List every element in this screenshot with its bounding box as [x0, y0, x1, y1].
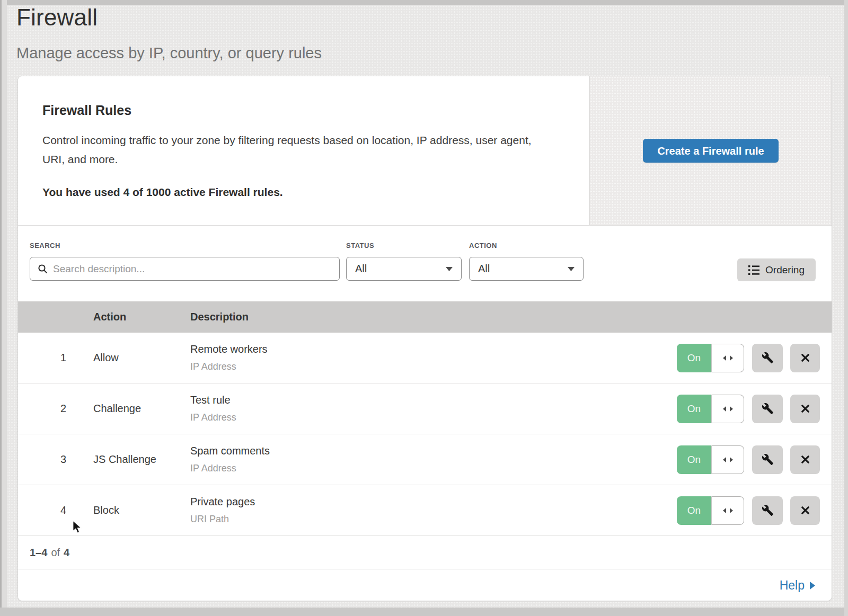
rule-controls: On: [677, 344, 820, 372]
reorder-handle[interactable]: [711, 445, 744, 474]
pagination-of: of: [51, 547, 60, 559]
delete-rule-button[interactable]: [790, 496, 820, 525]
rule-description: Private pages: [190, 496, 677, 508]
rule-priority: 1: [30, 352, 75, 364]
rule-priority: 3: [30, 453, 75, 466]
create-rule-panel: Create a Firewall rule: [589, 76, 832, 225]
rules-card-description: Control incoming traffic to your zone by…: [42, 131, 546, 169]
search-label: SEARCH: [30, 242, 340, 249]
rule-toggle[interactable]: On: [677, 395, 744, 423]
ordered-list-icon: [748, 265, 759, 275]
action-select[interactable]: All: [469, 257, 584, 281]
description-column-header: Description: [175, 311, 677, 323]
table-row: 2 Challenge Test rule IP Address On: [18, 383, 832, 434]
search-icon: [38, 264, 48, 274]
firewall-page: { "page_header": { "title": "Firewall", …: [0, 0, 848, 616]
status-select[interactable]: All: [346, 257, 462, 281]
toggle-on-state[interactable]: On: [677, 395, 711, 423]
reorder-handle[interactable]: [711, 496, 744, 525]
wrench-icon: [762, 352, 774, 364]
rule-description: Spam comments: [190, 445, 677, 457]
rule-match-field: IP Address: [190, 463, 677, 474]
rule-controls: On: [677, 445, 820, 474]
rule-priority: 4: [30, 504, 75, 516]
edit-rule-button[interactable]: [752, 395, 783, 423]
close-icon: [800, 454, 810, 465]
action-filter-group: ACTION All: [469, 242, 584, 281]
rule-description-cell: Spam comments IP Address: [175, 445, 677, 474]
reorder-handle[interactable]: [711, 344, 744, 372]
search-input-box[interactable]: [30, 257, 340, 281]
rule-description-cell: Private pages URI Path: [175, 496, 677, 525]
pagination-bar: 1–4 of 4: [18, 536, 832, 569]
delete-rule-button[interactable]: [790, 395, 820, 423]
pagination-total: 4: [64, 547, 69, 559]
toggle-on-state[interactable]: On: [677, 344, 711, 372]
wrench-icon: [762, 403, 774, 415]
rule-match-field: URI Path: [190, 514, 677, 525]
reorder-arrows-icon: [722, 406, 734, 412]
rule-description: Test rule: [190, 394, 677, 406]
rule-controls: On: [677, 496, 820, 525]
rule-description-cell: Test rule IP Address: [175, 394, 677, 423]
window-edge-bottom: [0, 608, 848, 616]
ordering-button[interactable]: Ordering: [737, 258, 816, 281]
rule-match-field: IP Address: [190, 412, 677, 423]
wrench-icon: [762, 453, 774, 466]
action-selected-value: All: [478, 263, 490, 275]
rules-intro-section: Firewall Rules Control incoming traffic …: [18, 76, 832, 226]
rule-action: Allow: [75, 352, 175, 364]
rule-description-cell: Remote workers IP Address: [175, 343, 677, 372]
action-label: ACTION: [469, 242, 584, 249]
filter-bar: SEARCH STATUS All ACTION All: [18, 226, 832, 301]
status-label: STATUS: [346, 242, 462, 249]
wrench-icon: [762, 504, 774, 516]
chevron-down-icon: [446, 267, 453, 271]
help-bar: Help: [18, 569, 832, 601]
chevron-down-icon: [568, 267, 575, 271]
reorder-handle[interactable]: [711, 395, 744, 423]
close-icon: [800, 404, 810, 414]
rule-description: Remote workers: [190, 343, 677, 355]
help-link[interactable]: Help: [780, 578, 815, 593]
reorder-arrows-icon: [722, 507, 734, 514]
edit-rule-button[interactable]: [752, 445, 783, 474]
reorder-arrows-icon: [722, 355, 734, 361]
table-row: 3 JS Challenge Spam comments IP Address …: [18, 434, 832, 485]
pagination-range: 1–4: [30, 547, 47, 559]
help-arrow-icon: [810, 582, 815, 590]
search-input[interactable]: [53, 263, 332, 275]
edit-rule-button[interactable]: [752, 344, 783, 372]
rule-action: Block: [75, 504, 175, 516]
delete-rule-button[interactable]: [790, 344, 820, 372]
close-icon: [800, 353, 810, 363]
rule-action: Challenge: [75, 403, 175, 415]
status-filter-group: STATUS All: [346, 242, 462, 281]
rule-toggle[interactable]: On: [677, 445, 744, 474]
page-subtitle: Manage access by IP, country, or query r…: [16, 44, 322, 62]
rule-toggle[interactable]: On: [677, 344, 744, 372]
reorder-arrows-icon: [722, 457, 734, 463]
rule-action: JS Challenge: [75, 453, 175, 466]
close-icon: [800, 505, 810, 515]
ordering-button-label: Ordering: [765, 264, 805, 276]
window-edge-right: [844, 0, 848, 616]
delete-rule-button[interactable]: [790, 445, 820, 474]
toggle-on-state[interactable]: On: [677, 496, 711, 525]
rules-table-header: Action Description: [18, 301, 832, 333]
table-row: 1 Allow Remote workers IP Address On: [18, 333, 832, 383]
table-row: 4 Block Private pages URI Path On: [18, 485, 832, 536]
rules-card-title: Firewall Rules: [42, 103, 558, 118]
page-header: Firewall Manage access by IP, country, o…: [16, 4, 322, 62]
rules-usage-note: You have used 4 of 1000 active Firewall …: [42, 186, 558, 199]
page-title: Firewall: [16, 4, 322, 31]
create-firewall-rule-button[interactable]: Create a Firewall rule: [643, 139, 778, 163]
rule-priority: 2: [30, 403, 75, 415]
rule-controls: On: [677, 395, 820, 423]
edit-rule-button[interactable]: [752, 496, 783, 525]
rules-intro-text: Firewall Rules Control incoming traffic …: [18, 76, 589, 225]
rule-toggle[interactable]: On: [677, 496, 744, 525]
toggle-on-state[interactable]: On: [677, 445, 711, 474]
window-edge-left: [0, 0, 7, 616]
status-selected-value: All: [355, 263, 367, 275]
